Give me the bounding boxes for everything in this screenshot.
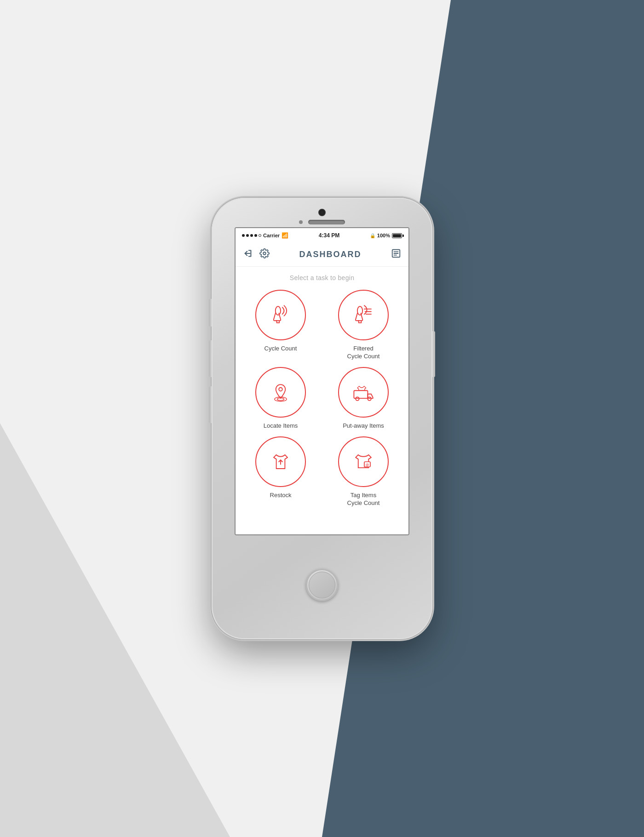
- putaway-items-icon-circle: [338, 367, 389, 418]
- volume-up-button[interactable]: [209, 340, 212, 377]
- header-left-icons: [243, 248, 270, 261]
- volume-down-button[interactable]: [209, 386, 212, 423]
- tag-items-cycle-count-label: Tag ItemsCycle Count: [347, 492, 380, 507]
- battery-bar: [392, 233, 402, 238]
- background-light: [0, 423, 230, 837]
- task-putaway-items[interactable]: Put-away Items: [327, 367, 400, 430]
- battery-percent: 100%: [377, 233, 390, 238]
- restock-icon-circle: [255, 436, 306, 487]
- task-cycle-count[interactable]: Cycle Count: [244, 290, 317, 361]
- lock-icon: 🔒: [370, 233, 375, 238]
- filtered-cycle-count-label: FilteredCycle Count: [347, 345, 380, 361]
- svg-point-6: [357, 306, 362, 315]
- putaway-items-label: Put-away Items: [343, 422, 384, 430]
- dot-3: [250, 234, 253, 237]
- carrier-label: Carrier: [263, 233, 280, 238]
- svg-point-5: [276, 306, 281, 315]
- task-tag-items-cycle-count[interactable]: @ Tag ItemsCycle Count: [327, 436, 400, 507]
- phone-device: Carrier 📶 4:34 PM 🔒 100%: [212, 198, 432, 639]
- camera: [318, 209, 326, 216]
- svg-text:@: @: [366, 463, 369, 467]
- app-header: DASHBOARD: [236, 243, 408, 267]
- task-locate-items[interactable]: Locate Items: [244, 367, 317, 430]
- filtered-cycle-count-icon-circle: [338, 290, 389, 340]
- dot-5: [259, 234, 261, 237]
- phone-screen: Carrier 📶 4:34 PM 🔒 100%: [235, 227, 409, 535]
- logout-icon[interactable]: [243, 248, 253, 261]
- sensor-dot: [299, 220, 303, 224]
- home-button[interactable]: [306, 569, 338, 601]
- list-icon[interactable]: [391, 248, 401, 261]
- signal-dots: [242, 234, 261, 237]
- locate-items-icon-circle: [255, 367, 306, 418]
- status-right: 🔒 100%: [370, 233, 402, 238]
- time-display: 4:34 PM: [319, 232, 339, 239]
- task-grid: Cycle Count: [244, 290, 400, 507]
- phone-top-area: [212, 198, 432, 224]
- dot-1: [242, 234, 245, 237]
- speaker-grille: [308, 220, 345, 224]
- dot-2: [246, 234, 249, 237]
- locate-items-label: Locate Items: [264, 422, 298, 430]
- wifi-icon: 📶: [282, 232, 288, 239]
- status-bar: Carrier 📶 4:34 PM 🔒 100%: [236, 228, 408, 243]
- task-restock[interactable]: Restock: [244, 436, 317, 507]
- subtitle-text: Select a task to begin: [290, 274, 354, 281]
- task-filtered-cycle-count[interactable]: FilteredCycle Count: [327, 290, 400, 361]
- app-body: Select a task to begin: [236, 267, 408, 534]
- settings-icon[interactable]: [259, 248, 270, 261]
- svg-point-10: [279, 387, 282, 391]
- dot-4: [254, 234, 257, 237]
- home-button-inner: [309, 572, 335, 598]
- power-button[interactable]: [209, 299, 212, 327]
- sleep-button[interactable]: [432, 331, 435, 377]
- phone-bottom: [306, 535, 338, 639]
- page-title: DASHBOARD: [299, 250, 362, 259]
- cycle-count-icon-circle: [255, 290, 306, 340]
- cycle-count-label: Cycle Count: [264, 345, 297, 353]
- top-sensors: [299, 220, 345, 224]
- status-left: Carrier 📶: [242, 232, 288, 239]
- tag-items-icon-circle: @: [338, 436, 389, 487]
- restock-label: Restock: [270, 492, 292, 499]
- svg-point-0: [263, 252, 266, 255]
- battery-fill: [393, 234, 401, 237]
